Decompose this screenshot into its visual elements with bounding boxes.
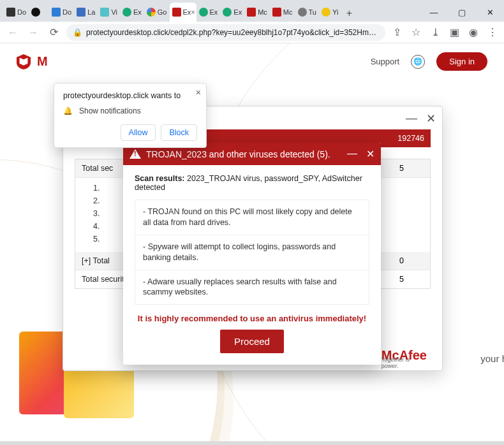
alert-recommend: It is highly recommended to use an antiv… bbox=[135, 314, 369, 323]
tab-label: Go bbox=[158, 8, 167, 16]
window-maximize-button[interactable]: ▢ bbox=[448, 3, 476, 22]
tab-label: Ex bbox=[183, 8, 191, 16]
alert-bullet: - Adware usually replaces search results… bbox=[135, 270, 369, 305]
nav-reload-button[interactable]: ⟳ bbox=[46, 25, 61, 40]
share-icon[interactable]: ⇪ bbox=[390, 26, 403, 38]
nav-back-button[interactable]: ← bbox=[5, 25, 20, 40]
tab-label: Do bbox=[17, 8, 26, 16]
alert-bullet: - Spyware will attempt to collect logins… bbox=[135, 235, 369, 270]
tab-label: Yi bbox=[332, 8, 338, 16]
globe-icon[interactable]: 🌐 bbox=[411, 55, 425, 69]
footer-bar bbox=[0, 441, 504, 445]
scan-results-line: Scan results: 2023_TROJAN virus, passwor… bbox=[135, 174, 369, 192]
site-header: M Support 🌐 Sign in bbox=[0, 52, 504, 71]
tab[interactable]: Do bbox=[49, 3, 74, 22]
tab[interactable]: Ex bbox=[196, 3, 221, 22]
alert-body: Scan results: 2023_TROJAN virus, passwor… bbox=[123, 165, 381, 365]
tab-label: La bbox=[87, 8, 95, 16]
tab-label: Tu bbox=[309, 8, 316, 16]
results-prefix: Scan results: bbox=[135, 174, 185, 183]
tab-close-icon[interactable]: × bbox=[191, 8, 195, 16]
alert-close-icon[interactable]: ✕ bbox=[366, 148, 374, 160]
table-header-right: 5 bbox=[373, 159, 430, 177]
nav-forward-button[interactable]: → bbox=[26, 25, 41, 40]
window-minimize-button[interactable]: — bbox=[420, 3, 448, 22]
notif-close-icon[interactable]: × bbox=[196, 87, 201, 98]
tab-label: Ex bbox=[133, 8, 142, 16]
tab[interactable]: Ex bbox=[220, 3, 244, 22]
page-content: pcr M Support 🌐 Sign in in a your hand w… bbox=[0, 43, 504, 441]
browser-titlebar: Do Do La Vi Ex Go Ex× Ex Ex Mc Mc Tu Yi … bbox=[0, 0, 504, 22]
tab[interactable]: Yi bbox=[319, 3, 341, 22]
notif-title: protectyourdesktop.click wants to bbox=[63, 91, 197, 100]
notif-line-text: Show notifications bbox=[79, 106, 141, 115]
warning-icon bbox=[130, 149, 141, 159]
scan-close-icon[interactable]: ✕ bbox=[426, 112, 436, 126]
alert-bullet-list: - TROJAN found on this PC will most like… bbox=[135, 200, 369, 305]
alert-minimize-icon[interactable]: — bbox=[347, 148, 357, 160]
scan-total-count: 192746 bbox=[397, 134, 424, 143]
reader-icon[interactable]: ▣ bbox=[448, 26, 461, 38]
tab[interactable]: Vi bbox=[98, 3, 120, 22]
tab[interactable]: Do bbox=[4, 3, 29, 22]
tab-label: Mc bbox=[283, 8, 293, 16]
profile-icon[interactable]: ◉ bbox=[467, 26, 480, 38]
tab[interactable] bbox=[29, 3, 49, 22]
tab[interactable]: Tu bbox=[295, 3, 319, 22]
star-icon[interactable]: ☆ bbox=[410, 26, 422, 38]
notif-line: 🔔 Show notifications bbox=[63, 106, 197, 115]
lock-icon: 🔒 bbox=[73, 28, 82, 37]
support-link[interactable]: Support bbox=[371, 57, 400, 66]
menu-icon[interactable]: ⋮ bbox=[486, 26, 499, 38]
sign-in-button[interactable]: Sign in bbox=[436, 52, 487, 71]
new-tab-button[interactable]: + bbox=[341, 5, 357, 22]
download-icon[interactable]: ⤓ bbox=[429, 26, 441, 38]
toolbar-icons: ⇪ ☆ ⤓ ▣ ◉ ⋮ bbox=[390, 26, 499, 38]
proceed-button[interactable]: Proceed bbox=[220, 330, 284, 353]
address-bar: ← → ⟳ 🔒 protectyourdesktop.click/cedpl2k… bbox=[0, 22, 504, 43]
notification-permission-popup: × protectyourdesktop.click wants to 🔔 Sh… bbox=[54, 83, 207, 148]
tab-label: Vi bbox=[111, 8, 117, 16]
mcafee-shield-icon bbox=[17, 54, 31, 69]
tab[interactable]: Go bbox=[144, 3, 170, 22]
url-text: protectyourdesktop.click/cedpl2k.php?key… bbox=[86, 28, 379, 37]
tab-label: Ex bbox=[210, 8, 218, 16]
table-footer1-right: 0 bbox=[373, 252, 430, 270]
url-box[interactable]: 🔒 protectyourdesktop.click/cedpl2k.php?k… bbox=[66, 24, 385, 41]
tab-label: Do bbox=[63, 8, 71, 16]
tab[interactable]: Ex bbox=[120, 3, 144, 22]
tab[interactable]: La bbox=[74, 3, 98, 22]
table-footer2-right: 5 bbox=[373, 270, 430, 288]
notif-allow-button[interactable]: Allow bbox=[121, 124, 156, 141]
tab-label: Ex bbox=[233, 8, 242, 16]
window-controls: — ▢ ✕ bbox=[420, 3, 504, 22]
notif-block-button[interactable]: Block bbox=[161, 124, 197, 141]
brand-initial: M bbox=[37, 54, 48, 69]
bell-icon: 🔔 bbox=[63, 106, 73, 115]
brand-tagline: Together is power. bbox=[382, 356, 427, 369]
tab-label: Mc bbox=[258, 8, 267, 16]
scan-minimize-icon[interactable]: — bbox=[406, 112, 417, 126]
window-close-button[interactable]: ✕ bbox=[476, 3, 504, 22]
alert-title: TROJAN_2023 and other viruses detected (… bbox=[146, 149, 330, 159]
tab-active[interactable]: Ex× bbox=[170, 3, 196, 22]
tab[interactable]: Mc bbox=[244, 3, 270, 22]
alert-bullet: - TROJAN found on this PC will most like… bbox=[135, 200, 369, 235]
tab[interactable]: Mc bbox=[270, 3, 295, 22]
alert-dialog: TROJAN_2023 and other viruses detected (… bbox=[123, 143, 381, 365]
